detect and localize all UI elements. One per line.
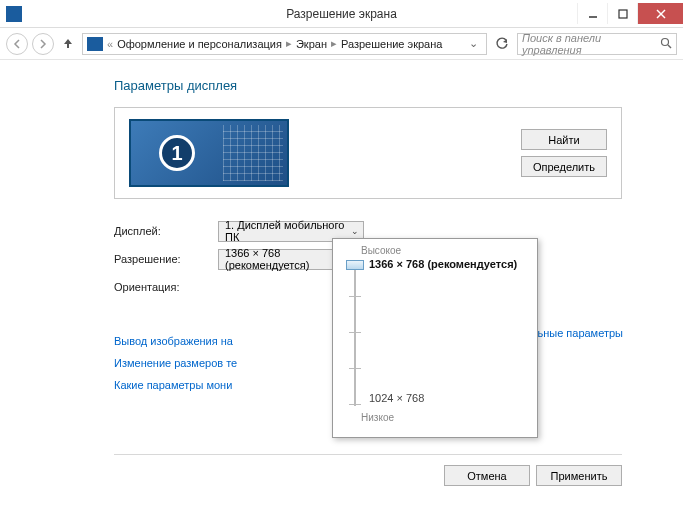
- orientation-label: Ориентация:: [114, 281, 218, 293]
- refresh-button[interactable]: [491, 33, 513, 55]
- slider-tick: [349, 296, 361, 297]
- slider-thumb[interactable]: [346, 260, 364, 270]
- monitor-grid-icon: [223, 125, 283, 181]
- resolution-label: Разрешение:: [114, 253, 218, 265]
- breadcrumb-item[interactable]: Оформление и персонализация: [117, 38, 282, 50]
- slider-tick: [349, 368, 361, 369]
- window-title: Разрешение экрана: [286, 7, 397, 21]
- display-value: 1. Дисплей мобильного ПК: [225, 219, 345, 243]
- monitor-number-badge: 1: [159, 135, 195, 171]
- resolution-option-labels: 1366 × 768 (рекомендуется) 1024 × 768: [369, 260, 517, 406]
- breadcrumb-item[interactable]: Экран: [296, 38, 327, 50]
- cancel-button[interactable]: Отмена: [444, 465, 530, 486]
- svg-rect-1: [619, 10, 627, 18]
- breadcrumb[interactable]: « Оформление и персонализация ▸ Экран ▸ …: [82, 33, 487, 55]
- slider-tick: [349, 332, 361, 333]
- chevron-right-icon: ▸: [329, 37, 339, 50]
- slider-rail: [354, 260, 356, 406]
- slider-high-label: Высокое: [361, 245, 527, 256]
- projector-link[interactable]: Вывод изображения на: [114, 335, 233, 347]
- apply-button[interactable]: Применить: [536, 465, 622, 486]
- control-panel-icon: [87, 37, 103, 51]
- breadcrumb-dropdown[interactable]: ⌄: [465, 37, 482, 50]
- window-controls: [577, 3, 683, 24]
- close-button[interactable]: [637, 3, 683, 24]
- search-icon: [660, 37, 672, 51]
- display-label: Дисплей:: [114, 225, 218, 237]
- app-icon: [6, 6, 22, 22]
- dialog-button-bar: OK Отмена Применить: [114, 454, 622, 486]
- breadcrumb-chevron: «: [105, 38, 115, 50]
- resolution-dropdown-popup[interactable]: Высокое 1366 × 768 (рекомендуется) 1024 …: [332, 238, 538, 438]
- titlebar: Разрешение экрана: [0, 0, 683, 28]
- monitor-button-column: Найти Определить: [521, 129, 607, 177]
- resolution-option-recommended[interactable]: 1366 × 768 (рекомендуется): [369, 258, 517, 270]
- svg-point-4: [662, 38, 669, 45]
- minimize-button[interactable]: [577, 3, 607, 24]
- monitor-preview-box: 1 Найти Определить: [114, 107, 622, 199]
- monitor-preview[interactable]: 1: [129, 119, 289, 187]
- up-button[interactable]: [58, 37, 78, 51]
- svg-line-5: [668, 45, 671, 48]
- navbar: « Оформление и персонализация ▸ Экран ▸ …: [0, 28, 683, 60]
- slider-tick: [349, 404, 361, 405]
- chevron-right-icon: ▸: [284, 37, 294, 50]
- forward-button[interactable]: [32, 33, 54, 55]
- slider-low-label: Низкое: [361, 412, 527, 423]
- find-button[interactable]: Найти: [521, 129, 607, 150]
- resolution-slider[interactable]: [349, 260, 361, 406]
- search-input[interactable]: Поиск в панели управления: [517, 33, 677, 55]
- resolution-slider-wrap: 1366 × 768 (рекомендуется) 1024 × 768: [343, 260, 527, 410]
- page-title: Параметры дисплея: [114, 78, 683, 93]
- back-button[interactable]: [6, 33, 28, 55]
- resolution-option-low[interactable]: 1024 × 768: [369, 392, 517, 404]
- resolution-value: 1366 × 768 (рекомендуется): [225, 247, 345, 271]
- maximize-button[interactable]: [607, 3, 637, 24]
- chevron-down-icon: ⌄: [351, 226, 359, 236]
- search-placeholder: Поиск в панели управления: [522, 32, 660, 56]
- breadcrumb-item[interactable]: Разрешение экрана: [341, 38, 442, 50]
- identify-button[interactable]: Определить: [521, 156, 607, 177]
